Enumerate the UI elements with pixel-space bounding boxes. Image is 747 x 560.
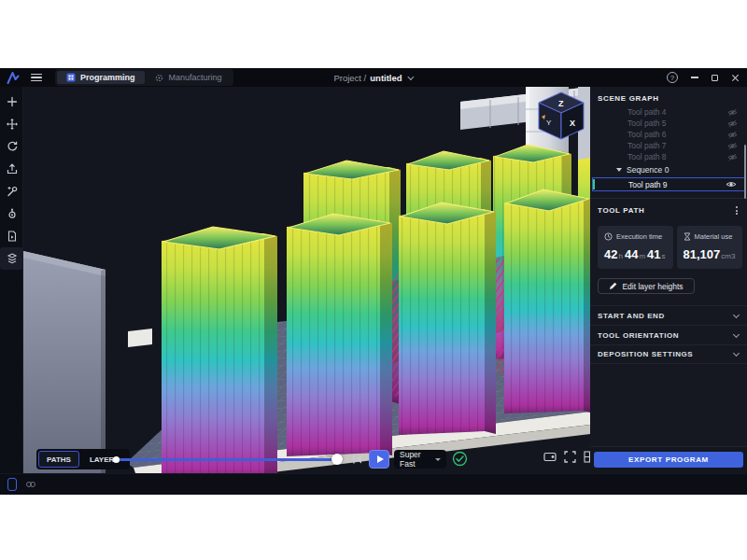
quad-view-icon[interactable] (584, 451, 590, 463)
chevron-down-icon (408, 73, 415, 79)
speed-dropdown-value: Super Fast (400, 450, 435, 469)
scene-graph-row[interactable]: Tool path 4 (590, 106, 747, 118)
speed-dropdown[interactable]: Super Fast (394, 450, 446, 469)
tool-path-title: TOOL PATH (598, 206, 645, 215)
section-deposition-settings[interactable]: DEPOSITION SETTINGS (590, 344, 747, 364)
chevron-down-icon (733, 350, 740, 357)
layers-icon[interactable] (0, 247, 23, 270)
eye-off-icon[interactable] (727, 119, 738, 128)
slider-handle[interactable] (331, 454, 343, 465)
close-icon[interactable] (731, 74, 740, 82)
chevron-down-icon (733, 330, 740, 337)
maximize-icon[interactable] (712, 75, 718, 81)
edit-layer-heights-button[interactable]: Edit layer heights (598, 278, 695, 294)
tool-path-header: TOOL PATH (590, 199, 747, 218)
viewport-tools (543, 451, 590, 463)
chevron-down-icon (435, 458, 441, 461)
window-controls: ? (667, 68, 747, 87)
play-icon (377, 455, 384, 463)
tool-path-stats: Execution time 42h44m41s Material use 81… (590, 218, 747, 269)
view-cube-x-label: X (570, 119, 575, 128)
link-status-icon (26, 482, 35, 487)
scene-canvas: Z Y X (23, 87, 590, 473)
move-icon[interactable] (0, 113, 23, 135)
app-logo-icon (5, 69, 21, 86)
eye-off-icon[interactable] (727, 153, 738, 161)
edit-layer-heights-label: Edit layer heights (622, 282, 683, 291)
pencil-icon (609, 282, 617, 290)
sequence-label: Sequence 0 (627, 165, 669, 175)
panel-scrollbar[interactable] (744, 145, 746, 199)
scene-graph-header: SCENE GRAPH (590, 87, 747, 106)
section-tool-orientation[interactable]: TOOL ORIENTATION (590, 325, 747, 344)
material-use-card: Material use 81,107cm3 (677, 226, 743, 269)
right-panel: SCENE GRAPH Tool path 4 Tool path 5 Tool… (590, 87, 747, 473)
selection-accent (593, 179, 595, 189)
program-file-icon[interactable] (0, 225, 23, 247)
manufacturing-gear-icon (154, 73, 164, 83)
robot-icon[interactable] (0, 203, 23, 225)
material-use-label: Material use (695, 232, 733, 241)
viewport-3d[interactable]: Z Y X PATHS LAYERS Super Fast (23, 87, 590, 473)
main-area: Z Y X PATHS LAYERS Super Fast (0, 87, 747, 473)
execution-time-value: 42h44m41s (604, 247, 668, 261)
status-bar (0, 473, 747, 495)
scene-graph-selected-row[interactable]: Tool path 9 (592, 177, 745, 191)
project-prefix: Project / (333, 73, 366, 83)
rotate-icon[interactable] (0, 135, 23, 158)
project-name: untitled (370, 73, 402, 83)
view-cube-z-label: Z (558, 99, 564, 108)
eye-off-icon[interactable] (727, 142, 738, 150)
export-program-button[interactable]: EXPORT PROGRAM (594, 452, 743, 468)
toolpath-tools-icon[interactable] (0, 180, 23, 203)
scene-graph-row[interactable]: Tool path 7 (590, 140, 747, 151)
eye-off-icon[interactable] (727, 108, 738, 117)
scene-graph-row[interactable]: Tool path 8 (590, 151, 747, 162)
scene-graph-row[interactable]: Tool path 6 (590, 129, 747, 140)
chevron-down-icon (733, 311, 740, 317)
view-cube[interactable]: Z Y X (539, 92, 584, 139)
scene-graph-row[interactable]: Tool path 5 (590, 118, 747, 129)
scene-graph-title: SCENE GRAPH (598, 94, 659, 103)
tab-paths[interactable]: PATHS (38, 451, 79, 468)
scene-graph-sequence-row[interactable]: Sequence 0 (590, 162, 747, 176)
left-toolbar (0, 87, 23, 473)
play-button[interactable] (369, 450, 389, 469)
programming-grid-icon (66, 73, 76, 82)
tab-manufacturing[interactable]: Manufacturing (145, 71, 232, 84)
minimize-icon[interactable] (691, 77, 698, 78)
fullscreen-icon[interactable] (564, 451, 576, 463)
app-window: Programming Manufacturing Project / unti… (0, 68, 747, 495)
kebab-menu-icon[interactable] (736, 206, 740, 215)
skip-to-start-button[interactable] (350, 451, 365, 468)
import-icon[interactable] (0, 158, 23, 180)
execution-time-card: Execution time 42h44m41s (598, 226, 673, 269)
slider-start-dot (113, 456, 120, 463)
selected-toolpath-label: Tool path 9 (628, 180, 726, 189)
clock-icon (604, 232, 613, 241)
title-bar: Programming Manufacturing Project / unti… (0, 68, 747, 87)
material-use-value: 81,107cm3 (684, 247, 738, 261)
tab-programming-label: Programming (80, 73, 135, 82)
screenshot-icon[interactable] (543, 451, 557, 463)
help-icon[interactable]: ? (667, 72, 678, 83)
eye-icon[interactable] (726, 180, 737, 189)
export-area: EXPORT PROGRAM (590, 446, 747, 473)
menu-icon[interactable] (31, 74, 42, 82)
project-title[interactable]: Project / untitled (333, 68, 413, 87)
device-icon[interactable] (7, 478, 17, 491)
mode-tabs: Programming Manufacturing (55, 69, 233, 86)
settings-sections: START AND END TOOL ORIENTATION DEPOSITIO… (590, 305, 747, 364)
eye-off-icon[interactable] (727, 131, 738, 139)
tab-programming[interactable]: Programming (57, 71, 145, 84)
hourglass-icon (684, 232, 691, 241)
validated-check-icon (452, 451, 468, 467)
tab-manufacturing-label: Manufacturing (169, 73, 222, 82)
execution-time-label: Execution time (616, 232, 662, 241)
add-icon[interactable] (0, 91, 23, 113)
section-start-and-end[interactable]: START AND END (590, 305, 747, 325)
view-cube-y-label: Y (546, 119, 552, 127)
caret-down-icon (616, 168, 622, 172)
timeline-slider[interactable] (113, 449, 343, 469)
slider-track[interactable] (116, 458, 335, 461)
